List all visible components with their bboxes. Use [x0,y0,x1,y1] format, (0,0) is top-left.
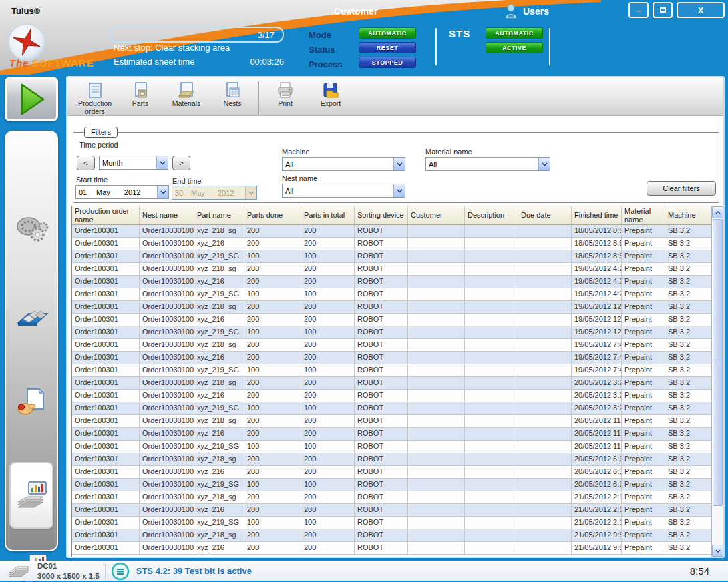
table-row[interactable]: Order100301Order100301001xyz_219_SG10010… [72,441,723,453]
table-row[interactable]: Order100301Order100301001xyz_218_sg20020… [72,453,723,466]
table-cell: 100 [301,402,355,415]
table-row[interactable]: Order100301Order100301001xyz_219_SG10010… [72,364,723,377]
table-cell: Prepaint [622,428,665,441]
table-row[interactable]: Order100301Order100301001xyz_216200200RO… [72,352,723,364]
mode-status-badge[interactable]: AUTOMATIC [359,27,416,39]
table-row[interactable]: Order100301Order100301001xyz_218_sg20020… [72,491,723,504]
sts-message: STS 4.2: 39 Test bit is active [136,566,252,576]
column-header[interactable]: Description [465,206,518,224]
table-cell: xyz_218_sg [194,529,244,542]
column-header[interactable]: Part name [194,206,244,224]
toolbar-production-orders-button[interactable]: Production orders [71,80,118,115]
minimize-button[interactable]: – [628,2,649,18]
toolbar-export-button[interactable]: Export [307,80,354,115]
scroll-up-button[interactable] [712,206,723,218]
table-cell [518,517,572,529]
table-cell [465,238,518,250]
column-header[interactable]: Production order name [72,206,140,224]
message-list-icon [111,562,130,581]
table-row[interactable]: Order100301Order100301001xyz_218_sg20020… [72,415,723,428]
toolbar-materials-button[interactable]: Materials [162,80,210,115]
column-header[interactable]: Due date [518,206,572,224]
table-row[interactable]: Order100301Order100301001xyz_218_sg20020… [72,225,723,238]
table-row[interactable]: Order100301Order100301001xyz_218_sg20020… [72,263,723,276]
table-cell: 21/05/2012 9:55 [572,542,622,555]
toolbar-parts-button[interactable]: Parts [118,80,162,115]
toolbar-nests-button[interactable]: Nests [210,80,254,115]
table-cell: Prepaint [622,402,665,415]
process-status-badge[interactable]: STOPPED [359,57,416,68]
table-row[interactable]: Order100301Order100301001xyz_216200200RO… [72,390,723,402]
table-cell [465,364,518,377]
column-header[interactable]: Parts in total [301,206,355,224]
table-row[interactable]: Order100301Order100301001xyz_216200200RO… [72,428,723,441]
maximize-button[interactable] [653,2,673,18]
material-name-combobox[interactable]: All [425,157,550,171]
table-row[interactable]: Order100301Order100301001xyz_219_SG10010… [72,402,723,415]
column-header[interactable]: Machine [665,206,712,224]
table-cell [465,326,518,339]
nest-name-combobox[interactable]: All [282,184,405,198]
table-row[interactable]: Order100301Order100301001xyz_219_SG10010… [72,517,723,529]
clear-filters-button[interactable]: Clear filters [647,181,716,196]
table-cell: Prepaint [622,466,665,479]
table-cell [465,428,518,441]
close-button[interactable]: X [677,2,725,18]
table-cell: Prepaint [622,276,665,288]
scrollbar-thumb[interactable] [713,219,723,506]
sidebar-item-machine-table[interactable] [6,295,57,342]
table-row[interactable]: Order100301Order100301001xyz_216200200RO… [72,542,723,555]
table-row[interactable]: Order100301Order100301001xyz_219_SG10010… [72,288,723,301]
column-header[interactable]: Sorting device [355,206,408,224]
table-cell: SB 3.2 [665,415,712,428]
users-button[interactable]: Users [504,4,549,19]
scroll-down-button[interactable] [712,545,723,557]
period-combobox[interactable]: Month [99,156,168,170]
table-cell: 19/05/2012 4:29 [572,263,622,276]
previous-period-button[interactable]: < [77,156,95,170]
table-row[interactable]: Order100301Order100301001xyz_219_SG10010… [72,250,723,263]
table-row[interactable]: Order100301Order100301001xyz_216200200RO… [72,238,723,250]
sidebar-item-tools[interactable] [6,206,57,252]
table-cell: SB 3.2 [665,250,712,263]
table-row[interactable]: Order100301Order100301001xyz_218_sg20020… [72,377,723,390]
table-row[interactable]: Order100301Order100301001xyz_218_sg20020… [72,529,723,542]
table-row[interactable]: Order100301Order100301001xyz_218_sg20020… [72,339,723,352]
table-row[interactable]: Order100301Order100301001xyz_218_sg20020… [72,301,723,314]
table-row[interactable]: Order100301Order100301001xyz_216200200RO… [72,466,723,479]
table-cell [408,415,465,428]
window-controls: – X [628,2,725,18]
sidebar-item-manual-sorting[interactable] [6,379,57,426]
table-row[interactable]: Order100301Order100301001xyz_216200200RO… [72,276,723,288]
sts-state-badge[interactable]: ACTIVE [486,42,543,53]
table-row[interactable]: Order100301Order100301001xyz_219_SG10010… [72,326,723,339]
table-row[interactable]: Order100301Order100301001xyz_219_SG10010… [72,479,723,491]
table-cell [518,377,572,390]
column-header[interactable]: Finished time [572,206,622,224]
column-header[interactable]: Material name [622,206,665,224]
table-row[interactable]: Order100301Order100301001xyz_216200200RO… [72,504,723,517]
sidebar-panel [5,131,58,551]
sidebar-item-reports[interactable] [9,462,53,529]
column-header[interactable]: Nest name [140,206,194,224]
table-cell: ROBOT [355,428,408,441]
start-time-combobox[interactable]: 01 May 2012 [75,185,169,199]
table-row[interactable]: Order100301Order100301001xyz_216200200RO… [72,314,723,326]
table-cell: SB 3.2 [665,276,712,288]
table-cell [518,390,572,402]
vertical-scrollbar[interactable] [711,206,723,557]
status-status-badge[interactable]: RESET [359,42,416,53]
machine-combobox[interactable]: All [282,157,405,171]
column-header[interactable]: Customer [408,206,465,224]
start-button[interactable] [5,77,58,121]
table-cell: Prepaint [622,453,665,466]
column-header[interactable]: Parts done [244,206,301,224]
table-cell: SB 3.2 [665,326,712,339]
table-cell: 200 [244,352,301,364]
next-period-button[interactable]: > [172,156,190,170]
sts-mode-badge[interactable]: AUTOMATIC [486,27,543,39]
table-header-row: Production order name Nest name Part nam… [72,206,723,225]
tulus-logo-icon [7,23,46,61]
toolbar-print-button[interactable]: Print [263,80,307,115]
table-cell: Order100301001 [140,301,194,314]
